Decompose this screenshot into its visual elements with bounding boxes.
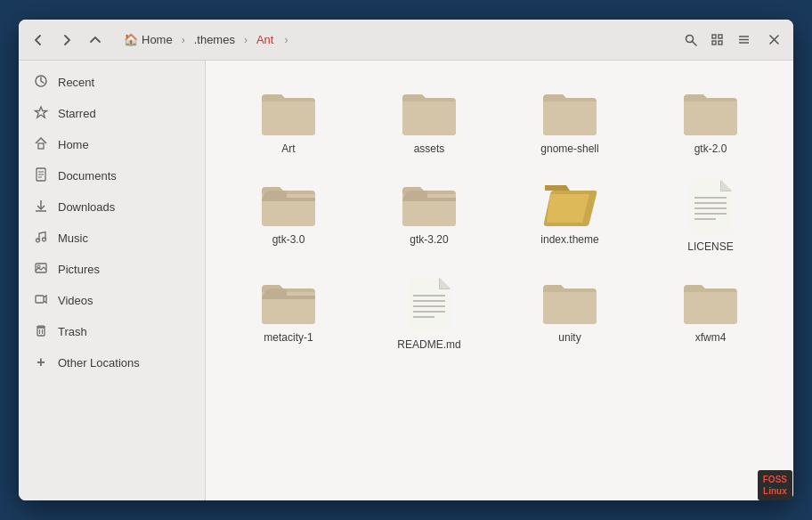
sidebar-item-pictures-label: Pictures xyxy=(58,263,100,276)
documents-icon xyxy=(33,167,49,184)
sidebar-item-trash-label: Trash xyxy=(58,325,87,338)
svg-rect-2 xyxy=(712,35,716,38)
sidebar-item-videos[interactable]: Videos xyxy=(19,286,205,315)
file-item-gtk-3-20[interactable]: gtk-3.20 xyxy=(361,169,498,260)
folder-gtk-3-0-icon xyxy=(260,178,317,228)
file-item-art-label: Art xyxy=(281,142,295,155)
sidebar-item-recent[interactable]: Recent xyxy=(19,68,205,97)
svg-rect-25 xyxy=(37,328,45,336)
breadcrumb: 🏠 Home › .themes › Ant › xyxy=(117,29,674,50)
sidebar-item-starred-label: Starred xyxy=(58,107,96,120)
menu-button[interactable] xyxy=(731,28,756,53)
sidebar-item-home-label: Home xyxy=(58,138,89,151)
file-item-index-theme[interactable]: index.theme xyxy=(501,169,638,260)
sidebar-item-music[interactable]: Music xyxy=(19,223,205,253)
file-readme-md-icon xyxy=(406,276,452,333)
folder-art-icon xyxy=(260,87,317,137)
svg-rect-13 xyxy=(38,143,44,149)
file-item-xfwm4[interactable]: xfwm4 xyxy=(642,267,779,358)
pictures-icon xyxy=(33,261,49,278)
videos-icon xyxy=(33,292,49,309)
sidebar-item-home[interactable]: Home xyxy=(19,130,205,159)
file-item-readme-md[interactable]: README.md xyxy=(361,267,498,358)
svg-point-21 xyxy=(43,238,46,241)
breadcrumb-sep-2: › xyxy=(244,34,248,46)
other-locations-icon: + xyxy=(33,354,49,370)
file-item-gnome-shell[interactable]: gnome-shell xyxy=(501,78,638,162)
sidebar-item-other-label: Other Locations xyxy=(58,356,140,370)
file-item-metacity-1[interactable]: metacity-1 xyxy=(220,267,357,358)
folder-gtk-2-0-icon xyxy=(682,87,739,137)
sidebar-item-downloads[interactable]: Downloads xyxy=(19,192,205,222)
file-item-assets-label: assets xyxy=(414,142,445,155)
starred-icon xyxy=(33,105,49,122)
view-toggle-button[interactable] xyxy=(704,28,729,53)
file-item-license[interactable]: LICENSE xyxy=(642,169,779,260)
folder-xfwm4-icon xyxy=(682,276,739,326)
breadcrumb-themes-label: .themes xyxy=(194,33,235,46)
svg-rect-3 xyxy=(719,35,722,38)
sidebar-item-pictures[interactable]: Pictures xyxy=(19,255,205,284)
sidebar-item-music-label: Music xyxy=(58,232,88,245)
file-item-metacity-1-label: metacity-1 xyxy=(264,331,313,344)
folder-assets-icon xyxy=(401,87,458,137)
folder-unity-icon xyxy=(541,276,598,326)
file-item-license-label: LICENSE xyxy=(687,240,733,253)
downloads-icon xyxy=(33,199,49,215)
folder-metacity-1-icon xyxy=(260,276,317,326)
file-item-gtk-3-0[interactable]: gtk-3.0 xyxy=(220,169,357,260)
file-item-index-theme-label: index.theme xyxy=(540,233,598,246)
file-item-art[interactable]: Art xyxy=(220,78,357,162)
sidebar-item-starred[interactable]: Starred xyxy=(19,99,205,128)
home-nav-icon xyxy=(33,136,49,153)
breadcrumb-ant[interactable]: Ant xyxy=(249,29,281,50)
foss-line1: FOSS xyxy=(763,474,787,485)
sidebar-item-documents[interactable]: Documents xyxy=(19,161,205,191)
file-item-gtk-3-20-label: gtk-3.20 xyxy=(410,233,448,246)
sidebar: Recent Starred Home Documents xyxy=(19,61,206,500)
file-item-xfwm4-label: xfwm4 xyxy=(695,331,727,344)
trash-icon xyxy=(33,323,49,340)
svg-point-23 xyxy=(37,265,40,268)
breadcrumb-end-marker: › xyxy=(284,34,288,46)
music-icon xyxy=(33,230,49,247)
file-item-unity[interactable]: unity xyxy=(501,267,638,358)
svg-point-0 xyxy=(686,36,693,43)
folder-gnome-shell-icon xyxy=(541,87,598,137)
file-item-readme-md-label: README.md xyxy=(397,338,460,351)
file-manager-window: 🏠 Home › .themes › Ant › xyxy=(19,20,793,500)
up-button[interactable] xyxy=(83,28,108,53)
svg-rect-4 xyxy=(712,41,716,45)
svg-marker-12 xyxy=(36,107,47,118)
breadcrumb-home-label: Home xyxy=(142,33,173,46)
back-button[interactable] xyxy=(26,28,51,53)
svg-point-20 xyxy=(37,239,40,242)
file-index-theme-icon xyxy=(541,178,598,228)
recent-icon xyxy=(33,74,49,91)
svg-rect-24 xyxy=(36,296,44,303)
svg-rect-5 xyxy=(719,41,722,45)
file-grid: Art assets gnome-shell xyxy=(220,78,779,358)
title-bar-actions xyxy=(678,28,786,53)
close-button[interactable] xyxy=(761,28,786,53)
body: Recent Starred Home Documents xyxy=(19,61,793,500)
breadcrumb-themes[interactable]: .themes xyxy=(187,29,242,50)
svg-line-1 xyxy=(693,42,696,45)
title-bar: 🏠 Home › .themes › Ant › xyxy=(19,20,793,61)
sidebar-item-trash[interactable]: Trash xyxy=(19,317,205,346)
file-license-icon xyxy=(687,178,734,235)
foss-linux-badge: FOSS Linux xyxy=(758,470,792,500)
breadcrumb-ant-label: Ant xyxy=(256,33,274,46)
file-item-gtk-2-0[interactable]: gtk-2.0 xyxy=(642,78,779,162)
forward-button[interactable] xyxy=(54,28,79,53)
search-button[interactable] xyxy=(678,28,702,53)
file-item-assets[interactable]: assets xyxy=(361,78,498,162)
foss-line2: Linux xyxy=(763,485,787,497)
file-item-gnome-shell-label: gnome-shell xyxy=(540,142,598,155)
sidebar-item-downloads-label: Downloads xyxy=(58,200,115,214)
sidebar-item-documents-label: Documents xyxy=(58,169,117,183)
breadcrumb-home[interactable]: 🏠 Home xyxy=(117,29,180,50)
sidebar-item-other[interactable]: + Other Locations xyxy=(19,348,205,377)
sidebar-item-videos-label: Videos xyxy=(58,294,93,307)
file-item-gtk-3-0-label: gtk-3.0 xyxy=(272,233,305,246)
